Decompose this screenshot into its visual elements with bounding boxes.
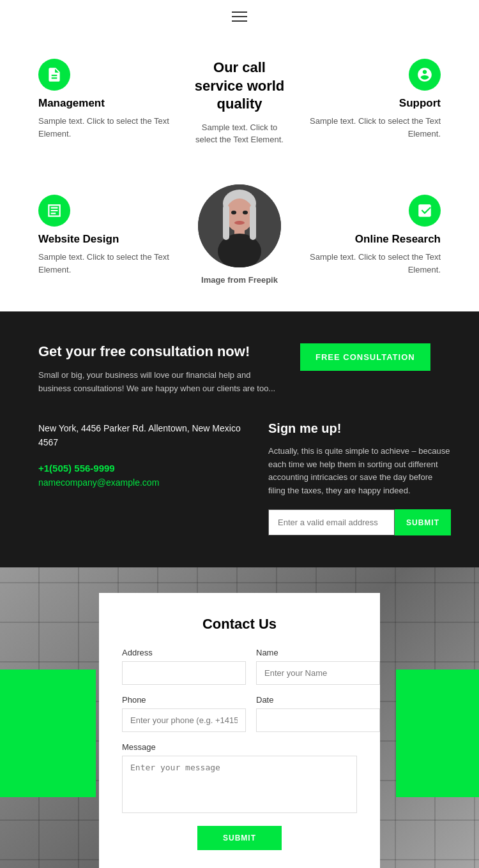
website-design-title: Website Design (38, 233, 179, 246)
call-service-section: Management Sample text. Click to select … (0, 33, 479, 165)
free-consultation-button[interactable]: FREE CONSULTATION (300, 343, 430, 371)
contact-submit-button[interactable]: SUBMIT (197, 826, 282, 850)
online-research-title: Online Research (300, 233, 441, 246)
website-design-icon (38, 195, 70, 227)
online-research-desc: Sample text. Click to select the Text El… (300, 251, 441, 276)
services-section: Website Design Sample text. Click to sel… (0, 165, 479, 312)
dark-description: Small or big, your business will love ou… (38, 369, 281, 396)
date-input[interactable] (256, 708, 380, 732)
management-desc: Sample text. Click to select the Text El… (38, 115, 179, 140)
svg-point-7 (234, 221, 245, 225)
dark-bottom-row: New York, 4456 Parker Rd. Allentown, New… (38, 421, 441, 535)
signup-heading: Sign me up! (268, 421, 451, 436)
management-title: Management (38, 97, 179, 110)
contact-heading: Contact Us (122, 616, 357, 632)
phone-text: +1(505) 556-9999 (38, 463, 243, 474)
dark-cta-col: FREE CONSULTATION (300, 343, 441, 371)
message-label: Message (122, 742, 357, 752)
email-signup-row: SUBMIT (268, 509, 451, 535)
contact-form-box: Contact Us Address Name Phone Date Messa… (99, 593, 380, 868)
signup-submit-button[interactable]: SUBMIT (395, 509, 451, 535)
contact-info-col: New York, 4456 Parker Rd. Allentown, New… (38, 421, 243, 535)
address-input[interactable] (122, 661, 246, 685)
center-col: Our call service world quality Sample te… (179, 59, 300, 146)
name-label: Name (256, 648, 380, 657)
email-signup-input[interactable] (268, 509, 395, 535)
address-group: Address (122, 648, 246, 685)
phone-label: Phone (122, 695, 246, 705)
profile-col: Image from Freepik (179, 184, 300, 287)
support-col: Support Sample text. Click to select the… (300, 59, 441, 140)
form-submit-row: SUBMIT (122, 826, 357, 850)
dark-headline-col: Get your free consultation now! Small or… (38, 343, 281, 396)
message-input[interactable] (122, 756, 357, 813)
date-group: Date (256, 695, 380, 732)
section1-desc: Sample text. Click to select the Text El… (192, 121, 287, 146)
name-input[interactable] (256, 661, 380, 685)
svg-point-8 (231, 211, 236, 214)
phone-date-row: Phone Date (122, 695, 357, 732)
support-icon (409, 59, 441, 91)
green-accent-left (0, 670, 96, 797)
address-text: New York, 4456 Parker Rd. Allentown, New… (38, 421, 243, 450)
hamburger-menu[interactable] (232, 11, 247, 22)
dark-top-row: Get your free consultation now! Small or… (38, 343, 441, 396)
website-design-desc: Sample text. Click to select the Text El… (38, 251, 179, 276)
name-group: Name (256, 648, 380, 685)
dark-section: Get your free consultation now! Small or… (0, 311, 479, 567)
signup-description: Actually, this is quite simple to achiev… (268, 445, 451, 498)
message-group: Message (122, 742, 357, 813)
section1-heading: Our call service world quality (192, 59, 287, 114)
address-label: Address (122, 648, 246, 657)
phone-group: Phone (122, 695, 246, 732)
website-design-col: Website Design Sample text. Click to sel… (38, 195, 179, 276)
dark-headline: Get your free consultation now! (38, 343, 281, 360)
navbar (0, 0, 479, 33)
support-title: Support (300, 97, 441, 110)
svg-rect-6 (250, 205, 256, 240)
svg-point-2 (225, 198, 254, 232)
online-research-icon (409, 195, 441, 227)
image-credit: Image from Freepik (192, 274, 287, 287)
online-research-col: Online Research Sample text. Click to se… (300, 195, 441, 276)
management-col: Management Sample text. Click to select … (38, 59, 179, 140)
email-text: namecompany@example.com (38, 477, 243, 488)
contact-section: Contact Us Address Name Phone Date Messa… (0, 567, 479, 868)
svg-rect-5 (223, 205, 229, 240)
green-accent-right (396, 670, 479, 797)
management-icon (38, 59, 70, 91)
phone-input[interactable] (122, 708, 246, 732)
date-label: Date (256, 695, 380, 705)
signup-col: Sign me up! Actually, this is quite simp… (268, 421, 451, 535)
support-desc: Sample text. Click to select the Text El… (300, 115, 441, 140)
address-name-row: Address Name (122, 648, 357, 685)
profile-image (198, 184, 281, 267)
svg-point-9 (243, 211, 248, 214)
